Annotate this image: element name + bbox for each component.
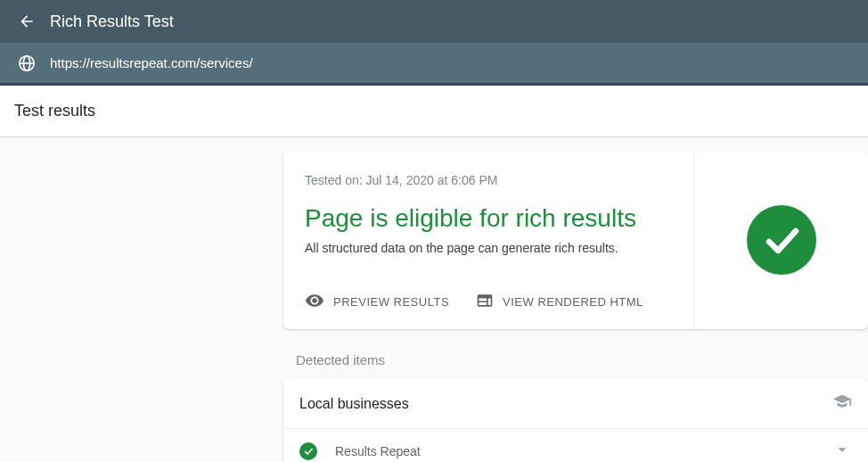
tested-on-label: Tested on: Jul 14, 2020 at 6:06 PM <box>305 173 672 187</box>
view-rendered-html-button[interactable]: VIEW RENDERED HTML <box>476 292 643 312</box>
back-arrow-icon[interactable] <box>16 11 37 32</box>
detected-item-row[interactable]: Results Repeat <box>283 429 868 462</box>
tested-timestamp: Jul 14, 2020 at 6:06 PM <box>366 173 498 187</box>
detected-items-label: Detected items <box>283 352 868 378</box>
preview-results-button[interactable]: PREVIEW RESULTS <box>305 291 449 313</box>
preview-results-label: PREVIEW RESULTS <box>333 295 449 309</box>
result-status-icon-area <box>694 152 868 329</box>
tested-url[interactable]: https://resultsrepeat.com/services/ <box>50 55 253 70</box>
school-icon <box>832 392 852 416</box>
check-icon <box>299 442 317 460</box>
detected-group-header[interactable]: Local businesses <box>283 378 868 429</box>
result-summary: Tested on: Jul 14, 2020 at 6:06 PM Page … <box>283 152 694 329</box>
actions-row: PREVIEW RESULTS VIEW RENDERED HTML <box>305 291 672 313</box>
section-header: Test results <box>0 86 868 137</box>
url-bar: https://resultsrepeat.com/services/ <box>0 43 868 86</box>
detected-group-title: Local businesses <box>299 396 409 412</box>
success-check-icon <box>747 205 816 275</box>
chevron-down-icon <box>832 440 852 462</box>
detected-item-name: Results Repeat <box>335 444 832 458</box>
web-icon <box>476 292 494 312</box>
section-title: Test results <box>14 102 854 120</box>
tested-prefix: Tested on: <box>305 173 366 187</box>
detected-items-card: Local businesses Results Repeat <box>283 378 868 462</box>
content-stack: Tested on: Jul 14, 2020 at 6:06 PM Page … <box>283 152 868 462</box>
content-area: Tested on: Jul 14, 2020 at 6:06 PM Page … <box>0 137 868 462</box>
result-card: Tested on: Jul 14, 2020 at 6:06 PM Page … <box>283 152 868 329</box>
top-bar: Rich Results Test <box>0 0 868 43</box>
eye-icon <box>305 291 324 313</box>
page-title: Rich Results Test <box>50 12 174 31</box>
view-rendered-html-label: VIEW RENDERED HTML <box>503 295 643 309</box>
eligibility-subtext: All structured data on the page can gene… <box>305 241 672 255</box>
globe-icon <box>16 53 37 74</box>
eligibility-headline: Page is eligible for rich results <box>305 203 672 234</box>
